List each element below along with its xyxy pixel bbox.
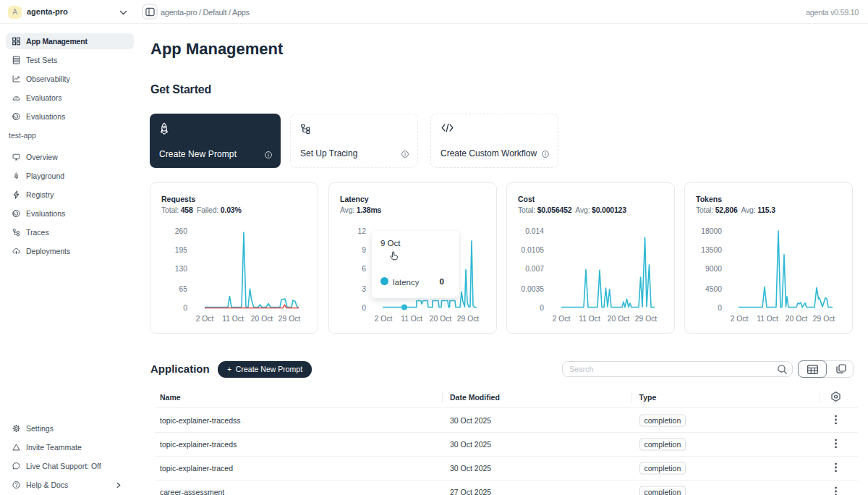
svg-text:130: 130 [175, 265, 187, 273]
svg-text:20 Oct: 20 Oct [608, 315, 629, 323]
svg-text:0.007: 0.007 [525, 265, 544, 273]
svg-text:29 Oct: 29 Oct [457, 315, 479, 323]
svg-text:65: 65 [179, 285, 188, 293]
svg-text:18000: 18000 [701, 227, 722, 235]
svg-text:195: 195 [175, 246, 187, 254]
svg-text:0: 0 [718, 304, 722, 312]
svg-text:9000: 9000 [705, 265, 722, 273]
svg-text:0.0105: 0.0105 [522, 246, 545, 254]
svg-text:29 Oct: 29 Oct [813, 315, 835, 323]
svg-text:6: 6 [362, 265, 366, 273]
svg-text:2 Oct: 2 Oct [375, 315, 393, 323]
svg-text:9: 9 [362, 246, 366, 254]
svg-text:3: 3 [362, 285, 366, 293]
svg-text:20 Oct: 20 Oct [251, 315, 273, 323]
svg-text:2 Oct: 2 Oct [196, 315, 214, 323]
svg-text:260: 260 [175, 227, 187, 235]
svg-text:2 Oct: 2 Oct [731, 315, 749, 323]
svg-text:0: 0 [540, 304, 544, 312]
svg-text:29 Oct: 29 Oct [278, 315, 300, 323]
svg-text:4500: 4500 [705, 285, 722, 293]
svg-text:20 Oct: 20 Oct [786, 315, 807, 323]
svg-text:2 Oct: 2 Oct [553, 315, 571, 323]
svg-text:13500: 13500 [701, 246, 722, 254]
svg-text:12: 12 [358, 227, 367, 235]
svg-text:0.014: 0.014 [525, 227, 544, 235]
svg-text:29 Oct: 29 Oct [635, 315, 657, 323]
svg-text:0: 0 [183, 304, 187, 312]
svg-text:11 Oct: 11 Oct [401, 315, 422, 323]
svg-text:11 Oct: 11 Oct [222, 315, 244, 323]
svg-text:0.0035: 0.0035 [522, 285, 545, 293]
svg-text:11 Oct: 11 Oct [757, 315, 778, 323]
svg-text:0: 0 [362, 304, 366, 312]
svg-text:11 Oct: 11 Oct [579, 315, 600, 323]
svg-text:20 Oct: 20 Oct [430, 315, 451, 323]
